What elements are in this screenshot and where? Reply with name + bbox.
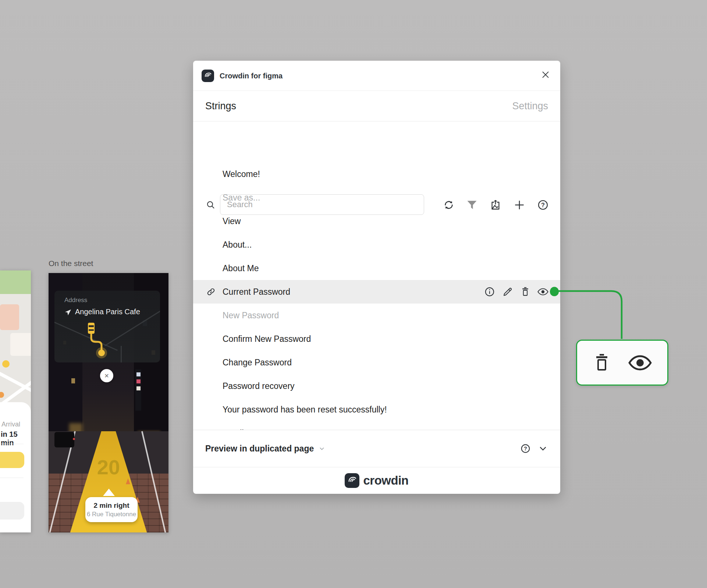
window-light bbox=[71, 378, 75, 383]
primary-button bbox=[0, 452, 24, 468]
preview-label: Preview in duplicated page bbox=[205, 444, 326, 454]
address-label: Address bbox=[64, 297, 87, 304]
string-list-item[interactable]: Password recovery bbox=[193, 374, 560, 398]
svg-text:?: ? bbox=[524, 446, 527, 451]
map-marker bbox=[2, 360, 10, 368]
divider bbox=[0, 478, 24, 478]
edit-icon[interactable] bbox=[502, 287, 513, 297]
visibility-icon[interactable] bbox=[537, 288, 548, 296]
string-label: Confirm New Password bbox=[223, 334, 311, 344]
visibility-icon[interactable] bbox=[628, 355, 652, 371]
tab-bar: Strings Settings bbox=[193, 91, 560, 121]
map-design-frame[interactable]: Arrival in 15 min bbox=[0, 270, 31, 532]
divider bbox=[0, 444, 24, 444]
string-label: About Me bbox=[223, 263, 259, 273]
chevron-down-icon bbox=[318, 445, 326, 452]
info-icon[interactable] bbox=[484, 287, 495, 297]
string-label: View bbox=[223, 216, 241, 226]
sign-panel bbox=[136, 372, 141, 376]
strings-list: Welcome! Save as... View About... About … bbox=[193, 162, 560, 430]
crowdin-wordmark: crowdin bbox=[363, 474, 408, 488]
connector-dot bbox=[550, 287, 559, 296]
string-list-item[interactable]: About Me bbox=[193, 256, 560, 280]
vertical-sign bbox=[135, 369, 141, 411]
string-label: About... bbox=[223, 240, 252, 250]
secondary-button bbox=[0, 502, 24, 520]
tab-strings[interactable]: Strings bbox=[205, 100, 236, 112]
string-list-item[interactable]: Current Password bbox=[193, 280, 560, 304]
road-number: 20 bbox=[49, 455, 168, 479]
string-label: Save as... bbox=[223, 193, 260, 203]
chevron-down-icon[interactable] bbox=[538, 444, 548, 453]
map-block bbox=[10, 333, 31, 356]
link-icon bbox=[206, 287, 216, 297]
toolbar: ? bbox=[193, 121, 560, 162]
string-list-item[interactable]: Save as... bbox=[193, 186, 560, 209]
string-label: Password recovery bbox=[223, 381, 295, 391]
direction-chip: 2 min right 6 Rue Tiquetonne bbox=[85, 497, 138, 522]
string-list-item[interactable]: About... bbox=[193, 233, 560, 256]
map-marker bbox=[0, 392, 4, 398]
arrival-label: Arrival bbox=[1, 421, 20, 428]
map-block bbox=[0, 304, 19, 330]
address-value: Angelina Paris Cafe bbox=[75, 308, 140, 316]
preview-bar[interactable]: Preview in duplicated page ? bbox=[193, 430, 560, 467]
string-label: Welcome! bbox=[223, 169, 260, 179]
dialog-title: Crowdin for figma bbox=[220, 61, 283, 91]
string-list-item[interactable]: Your password has been reset successfull… bbox=[193, 398, 560, 421]
close-overlay-button: ✕ bbox=[100, 369, 113, 382]
direction-arrow bbox=[103, 489, 115, 496]
ride-info-card: Arrival in 15 min bbox=[0, 402, 31, 532]
map-park-area bbox=[0, 270, 31, 294]
arrival-value: in 15 min bbox=[1, 430, 31, 447]
string-actions-callout bbox=[576, 340, 668, 386]
navigation-card: Address Angelina Paris Cafe bbox=[54, 291, 160, 362]
sign-panel bbox=[136, 386, 141, 390]
dialog-footer: crowdin bbox=[193, 467, 560, 494]
parked-car bbox=[54, 432, 74, 447]
delete-icon[interactable] bbox=[593, 353, 611, 373]
crowdin-logo-icon bbox=[345, 473, 359, 488]
on-the-street-frame[interactable]: 20 Address Angelina Paris Cafe ✕ 2 min r… bbox=[49, 273, 168, 532]
dialog-header: Crowdin for figma bbox=[193, 61, 560, 91]
string-list-item[interactable]: View bbox=[193, 209, 560, 233]
tab-settings[interactable]: Settings bbox=[512, 100, 548, 112]
delete-icon[interactable] bbox=[520, 287, 530, 297]
string-list-item[interactable]: Email bbox=[193, 421, 560, 430]
nav-arrow-icon bbox=[65, 309, 71, 316]
direction-title: 2 min right bbox=[93, 502, 129, 510]
string-label: Current Password bbox=[223, 287, 290, 297]
crowdin-plugin-dialog: Crowdin for figma Strings Settings bbox=[193, 61, 560, 494]
string-list-item[interactable]: Change Password bbox=[193, 351, 560, 374]
string-list-item[interactable]: New Password bbox=[193, 304, 560, 327]
close-icon[interactable] bbox=[541, 70, 550, 79]
string-list-item[interactable]: Confirm New Password bbox=[193, 327, 560, 351]
help-icon[interactable]: ? bbox=[521, 444, 530, 454]
direction-subtitle: 6 Rue Tiquetonne bbox=[87, 511, 136, 518]
sign-panel bbox=[136, 379, 141, 383]
string-list-item[interactable]: Welcome! bbox=[193, 162, 560, 186]
frame-title: On the street bbox=[49, 259, 93, 268]
string-label: Your password has been reset successfull… bbox=[223, 405, 387, 415]
string-label: Change Password bbox=[223, 358, 292, 368]
taillight bbox=[73, 438, 75, 440]
crowdin-logo-icon bbox=[202, 70, 214, 82]
string-label: New Password bbox=[223, 311, 279, 320]
route-map bbox=[75, 322, 126, 362]
